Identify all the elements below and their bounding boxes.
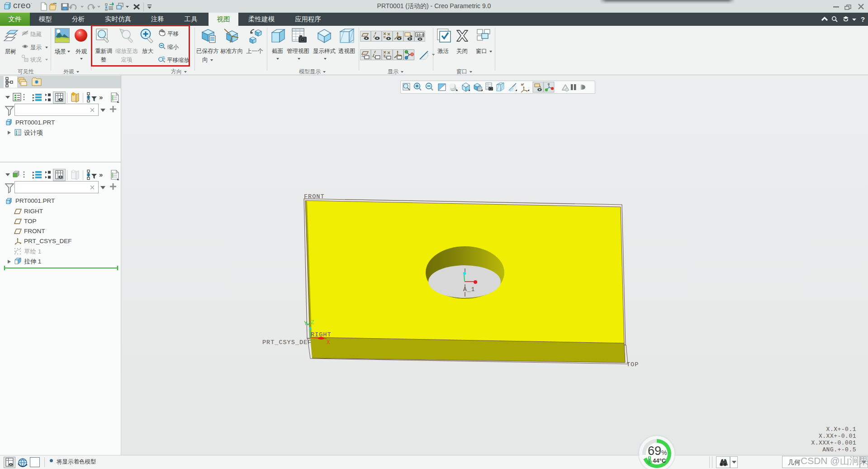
svg-text:A_1: A_1: [463, 286, 475, 293]
svg-text:10.0: 10.0: [417, 33, 424, 37]
svg-text:PRT_CSYS_DEF: PRT_CSYS_DEF: [262, 339, 312, 346]
svg-text:X: X: [327, 340, 330, 346]
svg-text:RIGHT: RIGHT: [311, 331, 332, 338]
svg-text:?: ?: [861, 16, 865, 23]
svg-text:FRONT: FRONT: [304, 193, 325, 200]
svg-text:TOP: TOP: [626, 361, 639, 368]
svg-text:Z: Z: [311, 320, 314, 326]
svg-text:Y: Y: [304, 321, 307, 327]
